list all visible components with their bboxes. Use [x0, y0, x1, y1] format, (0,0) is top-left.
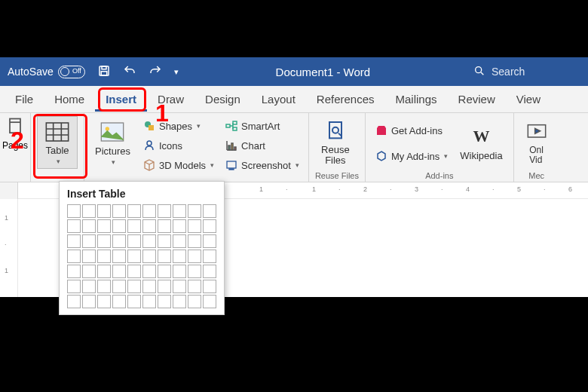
toggle-switch[interactable]: Off [58, 66, 85, 78]
tab-references[interactable]: References [306, 87, 385, 112]
grid-cell[interactable] [67, 204, 81, 218]
grid-cell[interactable] [142, 280, 156, 293]
grid-cell[interactable] [173, 234, 186, 248]
grid-cell[interactable] [112, 295, 126, 308]
grid-cell[interactable] [158, 219, 171, 233]
grid-cell[interactable] [127, 234, 141, 248]
chart-label: Chart [241, 140, 265, 152]
grid-cell[interactable] [112, 204, 126, 218]
grid-cell[interactable] [203, 234, 216, 248]
grid-cell[interactable] [188, 250, 201, 263]
grid-cell[interactable] [67, 295, 81, 308]
grid-cell[interactable] [97, 280, 111, 293]
grid-cell[interactable] [82, 204, 96, 218]
grid-cell[interactable] [82, 250, 96, 263]
tab-view[interactable]: View [506, 87, 551, 112]
grid-cell[interactable] [188, 219, 201, 233]
wikipedia-button[interactable]: W Wikipedia [455, 116, 507, 169]
reuse-files-button[interactable]: ReuseFiles [315, 116, 356, 169]
grid-cell[interactable] [67, 280, 81, 293]
grid-cell[interactable] [127, 250, 141, 263]
grid-cell[interactable] [142, 234, 156, 248]
grid-cell[interactable] [158, 250, 171, 263]
grid-cell[interactable] [188, 234, 201, 248]
grid-cell[interactable] [203, 280, 216, 293]
grid-cell[interactable] [127, 265, 141, 278]
grid-cell[interactable] [173, 295, 186, 308]
grid-cell[interactable] [173, 204, 186, 218]
grid-cell[interactable] [188, 204, 201, 218]
my-addins-button[interactable]: My Add-ins ▾ [372, 148, 451, 164]
grid-cell[interactable] [112, 250, 126, 263]
grid-cell[interactable] [127, 295, 141, 308]
chart-button[interactable]: Chart [222, 137, 302, 154]
grid-cell[interactable] [142, 295, 156, 308]
grid-cell[interactable] [142, 265, 156, 278]
tab-home[interactable]: Home [44, 87, 95, 112]
grid-cell[interactable] [188, 280, 201, 293]
title-bar: AutoSave Off ▾ Document1 - Word Search [0, 57, 588, 86]
pictures-button[interactable]: Pictures ▾ [90, 116, 135, 169]
screenshot-button[interactable]: Screenshot ▾ [222, 157, 302, 173]
grid-cell[interactable] [173, 265, 186, 278]
grid-cell[interactable] [158, 234, 171, 248]
grid-cell[interactable] [112, 234, 126, 248]
grid-cell[interactable] [173, 250, 186, 263]
grid-cell[interactable] [97, 219, 111, 233]
grid-cell[interactable] [142, 250, 156, 263]
grid-cell[interactable] [82, 219, 96, 233]
grid-cell[interactable] [203, 295, 216, 308]
grid-cell[interactable] [203, 204, 216, 218]
grid-cell[interactable] [127, 219, 141, 233]
grid-cell[interactable] [158, 265, 171, 278]
grid-cell[interactable] [127, 204, 141, 218]
grid-cell[interactable] [97, 250, 111, 263]
tab-review[interactable]: Review [448, 87, 506, 112]
tab-draw[interactable]: Draw [147, 87, 194, 112]
grid-cell[interactable] [203, 219, 216, 233]
grid-cell[interactable] [97, 204, 111, 218]
grid-cell[interactable] [203, 250, 216, 263]
grid-cell[interactable] [142, 204, 156, 218]
grid-cell[interactable] [173, 219, 186, 233]
grid-cell[interactable] [97, 295, 111, 308]
grid-cell[interactable] [203, 265, 216, 278]
grid-cell[interactable] [67, 219, 81, 233]
grid-cell[interactable] [173, 280, 186, 293]
grid-cell[interactable] [112, 280, 126, 293]
table-grid-picker[interactable] [67, 204, 216, 308]
grid-cell[interactable] [67, 265, 81, 278]
grid-cell[interactable] [67, 234, 81, 248]
grid-cell[interactable] [82, 280, 96, 293]
grid-cell[interactable] [82, 265, 96, 278]
smartart-button[interactable]: SmartArt [222, 118, 302, 134]
grid-cell[interactable] [67, 250, 81, 263]
grid-cell[interactable] [112, 219, 126, 233]
undo-icon[interactable] [123, 64, 136, 80]
grid-cell[interactable] [97, 265, 111, 278]
save-icon[interactable] [97, 64, 111, 80]
3d-models-button[interactable]: 3D Models ▾ [139, 157, 217, 173]
grid-cell[interactable] [158, 280, 171, 293]
grid-cell[interactable] [188, 295, 201, 308]
grid-cell[interactable] [127, 280, 141, 293]
grid-cell[interactable] [158, 295, 171, 308]
icons-button[interactable]: Icons [139, 137, 217, 154]
tab-mailings[interactable]: Mailings [385, 87, 448, 112]
get-addins-button[interactable]: Get Add-ins [372, 122, 451, 139]
tab-layout[interactable]: Layout [251, 87, 306, 112]
shapes-button[interactable]: Shapes ▾ [139, 118, 217, 134]
tab-design[interactable]: Design [194, 87, 251, 112]
grid-cell[interactable] [82, 295, 96, 308]
online-video-button[interactable]: OnlVid [520, 116, 553, 169]
grid-cell[interactable] [188, 265, 201, 278]
redo-icon[interactable] [149, 64, 162, 80]
grid-cell[interactable] [97, 234, 111, 248]
tab-file[interactable]: File [5, 87, 44, 112]
grid-cell[interactable] [82, 234, 96, 248]
search-box[interactable]: Search [467, 63, 580, 81]
grid-cell[interactable] [112, 265, 126, 278]
autosave-toggle[interactable]: AutoSave Off [8, 66, 85, 78]
grid-cell[interactable] [158, 204, 171, 218]
grid-cell[interactable] [142, 219, 156, 233]
